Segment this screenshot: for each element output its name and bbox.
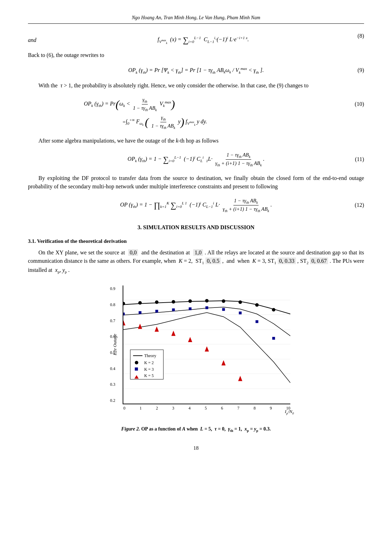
- equation-11-block: OPk (γth) = 1 − ∑i=0L−1 (−1)i CLi 1L· 1 …: [28, 149, 364, 171]
- svg-rect-25: [255, 320, 258, 323]
- eq12-number: (12): [355, 201, 364, 209]
- svg-point-16: [272, 308, 275, 312]
- svg-point-13: [222, 299, 225, 303]
- svg-rect-40: [135, 368, 138, 371]
- equation-9-block: OPk (γth) = Pr [Ψk < γth] = Pr [1 − τγth…: [28, 63, 364, 78]
- svg-marker-32: [205, 346, 209, 352]
- section3-title: 3. SIMULATION RESULTS AND DISCUSSION: [28, 223, 364, 232]
- svg-marker-34: [238, 376, 242, 381]
- eq8-label: and: [28, 36, 49, 44]
- svg-text:Theory: Theory: [144, 353, 156, 358]
- chart-svg: Theory K = 2 K = 3 K = 5: [123, 285, 290, 404]
- eq8-number: (8): [357, 32, 364, 40]
- figure-caption-bold: Figure 2.: [121, 426, 140, 432]
- svg-point-15: [255, 303, 259, 307]
- equation-10-block: OPk (γth) = Pr(ωk < γth 1 − τγth ABk Vkm…: [28, 93, 364, 133]
- x-axis-ticks: 0 1 2 3 4 5 6 7 8 9 10: [123, 405, 290, 411]
- figure-caption-text: OP as a function of A when L = 5, τ = 0,…: [140, 426, 271, 432]
- x-axis-label: Ip/N0: [285, 408, 294, 416]
- paragraph-tau: With the τ > 1, the probability is absol…: [28, 81, 364, 90]
- svg-marker-29: [155, 327, 159, 332]
- figure-caption: Figure 2. OP as a function of A when L =…: [121, 425, 271, 433]
- svg-rect-17: [123, 313, 125, 316]
- svg-point-10: [172, 300, 175, 304]
- figure2-container: E2e Outage 0.9 0.8 0.7 0.6 0.5 0.4 0.3 0…: [28, 282, 364, 433]
- svg-marker-27: [123, 320, 125, 326]
- svg-marker-33: [222, 360, 226, 366]
- svg-rect-20: [172, 309, 175, 311]
- svg-marker-30: [171, 331, 175, 336]
- eq8-math: fVmaxk (x) = ∑i=0L−1 CL−1i·(−1)i L·e−i+1…: [158, 34, 249, 46]
- p1-text: Back to (6), the outage rewrites to: [28, 52, 104, 58]
- eq10-number: (10): [355, 100, 364, 108]
- svg-text:K = 2: K = 2: [144, 360, 154, 365]
- svg-text:K = 5: K = 5: [144, 374, 154, 378]
- svg-marker-28: [138, 324, 142, 329]
- svg-text:K = 3: K = 3: [144, 367, 154, 372]
- svg-rect-18: [139, 311, 141, 314]
- svg-point-9: [155, 301, 159, 304]
- svg-point-14: [239, 301, 242, 304]
- paragraph-section31: On the XY plane, we set the source at 0,…: [28, 248, 364, 275]
- svg-rect-24: [239, 312, 242, 314]
- svg-point-12: [205, 299, 209, 303]
- svg-rect-23: [222, 308, 225, 311]
- eq12-math: OP (γth) = 1 − ∏k=1K ∑i=0L 1 (−1)i CL−1i…: [120, 197, 272, 214]
- eq10-math-line2: ∫0+∞ Fωk ( γth 1 − τγth ABk y) fVmaxk y …: [126, 114, 207, 130]
- svg-point-8: [138, 301, 142, 305]
- page-number: 18: [28, 444, 364, 452]
- eq8-content: fVmaxk (x) = ∑i=0L−1 CL−1i·(−1)i L·e−i+1…: [49, 34, 357, 46]
- svg-point-38: [135, 361, 138, 364]
- header-text: Ngo Hoang An, Tran Minh Hong, Le Van Hun…: [132, 15, 260, 20]
- page-header: Ngo Hoang An, Tran Minh Hong, Le Van Hun…: [28, 14, 364, 24]
- svg-rect-22: [205, 306, 208, 309]
- paragraph-back-to-6: Back to (6), the outage rewrites to: [28, 51, 364, 59]
- eq9-math: OPk (γth) = Pr [Ψk < γth] = Pr [1 − τγth…: [128, 66, 264, 75]
- paragraph-algebra: After some algebra manipulations, we hav…: [28, 137, 364, 145]
- chart-wrapper: E2e Outage 0.9 0.8 0.7 0.6 0.5 0.4 0.3 0…: [102, 282, 290, 408]
- eq11-number: (11): [355, 155, 364, 164]
- svg-point-11: [188, 299, 192, 303]
- subsection31-title: 3.1. Verification of the theoretical der…: [28, 237, 364, 245]
- svg-rect-26: [272, 337, 275, 340]
- eq11-math: OPk (γth) = 1 − ∑i=0L−1 (−1)i CLi 1L· 1 …: [128, 151, 264, 168]
- y-axis-ticks: 0.9 0.8 0.7 0.6 0.5 0.4 0.3 0.2: [110, 285, 115, 404]
- eq10-math-line1: OPk (γth) = Pr(ωk < γth 1 − τγth ABk Vkm…: [84, 96, 175, 113]
- eq9-number: (9): [357, 66, 364, 74]
- svg-marker-31: [188, 337, 192, 342]
- equation-12-block: OP (γth) = 1 − ∏k=1K ∑i=0L 1 (−1)i CL−1i…: [28, 194, 364, 216]
- equation-8-row: and fVmaxk (x) = ∑i=0L−1 CL−1i·(−1)i L·e…: [28, 34, 364, 46]
- paragraph-df: By exploiting the DF protocol to transfe…: [28, 174, 364, 191]
- chart-area: E2e Outage 0.9 0.8 0.7 0.6 0.5 0.4 0.3 0…: [123, 285, 290, 404]
- svg-rect-19: [155, 310, 158, 313]
- svg-rect-21: [189, 308, 191, 310]
